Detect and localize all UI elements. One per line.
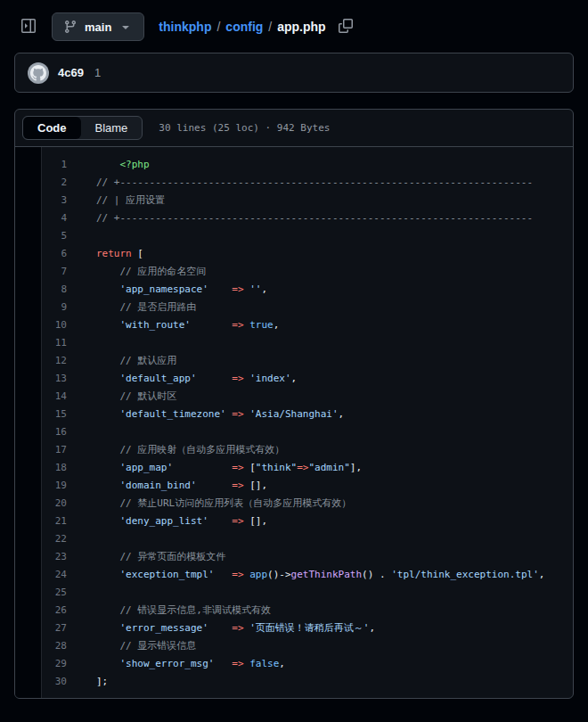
code-line: 4// +-----------------------------------…: [42, 209, 573, 227]
code-line-content: 'app_namespace' => '',: [67, 281, 267, 299]
code-line-content: // 应用的命名空间: [67, 263, 206, 281]
code-line: 30];: [42, 673, 573, 691]
code-line-content: // 应用映射（自动多应用模式有效）: [67, 441, 284, 459]
code-panel-header: Code Blame 30 lines (25 loc) · 942 Bytes: [15, 110, 573, 147]
line-number[interactable]: 12: [42, 352, 67, 370]
line-number[interactable]: 27: [42, 619, 67, 637]
code-line: 9 // 是否启用路由: [42, 299, 573, 316]
code-line: 29 'show_error_msg' => false,: [42, 655, 573, 673]
code-line-content: // 默认时区: [67, 388, 176, 406]
code-line: 27 'error_message' => '页面错误！请稍后再试～',: [42, 619, 573, 637]
line-number[interactable]: 28: [42, 637, 67, 655]
file-metadata-text: 30 lines (25 loc) · 942 Bytes: [159, 122, 330, 134]
line-number[interactable]: 23: [42, 548, 67, 566]
line-number[interactable]: 9: [42, 299, 67, 316]
branch-selector-button[interactable]: main: [52, 12, 144, 41]
line-number[interactable]: 19: [42, 477, 67, 495]
toggle-file-tree-button[interactable]: [14, 12, 43, 41]
line-number[interactable]: 11: [42, 334, 67, 352]
code-line: 13 'default_app' => 'index',: [42, 370, 573, 388]
code-line-content: 'deny_app_list' => [],: [67, 513, 267, 530]
code-blame-switcher: Code Blame: [22, 116, 143, 140]
line-number[interactable]: 5: [42, 227, 67, 245]
breadcrumb-separator: /: [263, 20, 277, 34]
code-line-content: <?php: [67, 156, 150, 174]
line-number[interactable]: 14: [42, 388, 67, 406]
tab-code[interactable]: Code: [23, 117, 81, 139]
code-left-rail: [15, 147, 42, 698]
line-number[interactable]: 13: [42, 370, 67, 388]
line-number[interactable]: 3: [42, 192, 67, 209]
line-number[interactable]: 21: [42, 513, 67, 530]
code-line-content: // +------------------------------------…: [67, 174, 533, 192]
code-line: 20 // 禁止URL访问的应用列表（自动多应用模式有效）: [42, 495, 573, 513]
chevron-down-icon: [118, 20, 133, 34]
line-number[interactable]: 7: [42, 263, 67, 281]
code-line: 7 // 应用的命名空间: [42, 263, 573, 281]
copy-path-button[interactable]: [335, 16, 356, 37]
code-line: 10 'with_route' => true,: [42, 316, 573, 334]
code-line: 23 // 异常页面的模板文件: [42, 548, 573, 566]
line-number[interactable]: 8: [42, 281, 67, 299]
code-line-content: 'default_app' => 'index',: [67, 370, 297, 388]
code-line: 24 'exception_tmpl' => app()->getThinkPa…: [42, 566, 573, 584]
file-page-header: main thinkphp / config / app.php: [0, 0, 588, 53]
code-line: 11: [42, 334, 573, 352]
code-line: 1 <?php: [42, 156, 573, 174]
line-number[interactable]: 16: [42, 423, 67, 441]
code-line: 2// +-----------------------------------…: [42, 174, 573, 192]
code-line-content: // +------------------------------------…: [67, 209, 533, 227]
breadcrumb-folder-link[interactable]: config: [225, 20, 263, 34]
line-number[interactable]: 22: [42, 530, 67, 548]
line-number[interactable]: 20: [42, 495, 67, 513]
line-number[interactable]: 2: [42, 174, 67, 192]
code-line-content: 'app_map' => ["think"=>"admin"],: [67, 459, 362, 477]
line-number[interactable]: 10: [42, 316, 67, 334]
code-line-content: 'with_route' => true,: [67, 316, 279, 334]
branch-name: main: [85, 21, 111, 34]
breadcrumb-file-name: app.php: [277, 20, 325, 34]
code-line: 22: [42, 530, 573, 548]
line-number[interactable]: 6: [42, 245, 67, 263]
sidebar-expand-icon: [21, 19, 36, 36]
code-line-content: // 是否启用路由: [67, 299, 196, 316]
code-line: 25: [42, 584, 573, 602]
line-number[interactable]: 24: [42, 566, 67, 584]
code-line-content: return [: [67, 245, 143, 263]
code-line-content: ];: [67, 673, 108, 691]
code-line: 5: [42, 227, 573, 245]
code-lines-container: 1 <?php2// +----------------------------…: [42, 147, 573, 698]
line-number[interactable]: 17: [42, 441, 67, 459]
code-line-content: 'domain_bind' => [],: [67, 477, 267, 495]
tab-blame[interactable]: Blame: [81, 117, 143, 139]
code-line-content: // 默认应用: [67, 352, 176, 370]
line-number[interactable]: 18: [42, 459, 67, 477]
code-line-content: 'exception_tmpl' => app()->getThinkPath(…: [67, 566, 544, 584]
code-line-content: 'error_message' => '页面错误！请稍后再试～',: [67, 619, 375, 637]
code-line-content: // 异常页面的模板文件: [67, 548, 225, 566]
commit-author-login[interactable]: 4c69: [58, 66, 84, 79]
line-number[interactable]: 29: [42, 655, 67, 673]
line-number[interactable]: 25: [42, 584, 67, 602]
code-line: 3// | 应用设置: [42, 192, 573, 209]
code-line: 21 'deny_app_list' => [],: [42, 513, 573, 530]
line-number[interactable]: 15: [42, 406, 67, 423]
code-line: 8 'app_namespace' => '',: [42, 281, 573, 299]
code-line-content: // 错误显示信息,非调试模式有效: [67, 602, 271, 619]
code-line-content: 'show_error_msg' => false,: [67, 655, 285, 673]
code-line: 14 // 默认时区: [42, 388, 573, 406]
code-line: 18 'app_map' => ["think"=>"admin"],: [42, 459, 573, 477]
line-number[interactable]: 4: [42, 209, 67, 227]
commit-extra-count: 1: [94, 66, 101, 79]
code-view: 1 <?php2// +----------------------------…: [15, 147, 573, 698]
code-line-content: 'default_timezone' => 'Asia/Shanghai',: [67, 406, 344, 423]
code-line-content: [67, 334, 96, 352]
code-line: 17 // 应用映射（自动多应用模式有效）: [42, 441, 573, 459]
code-line-content: // | 应用设置: [67, 192, 165, 209]
line-number[interactable]: 30: [42, 673, 67, 691]
commit-author-avatar[interactable]: [28, 62, 49, 84]
line-number[interactable]: 26: [42, 602, 67, 619]
breadcrumb-repo-link[interactable]: thinkphp: [159, 20, 211, 34]
line-number[interactable]: 1: [42, 156, 67, 174]
code-line-content: [67, 423, 96, 441]
